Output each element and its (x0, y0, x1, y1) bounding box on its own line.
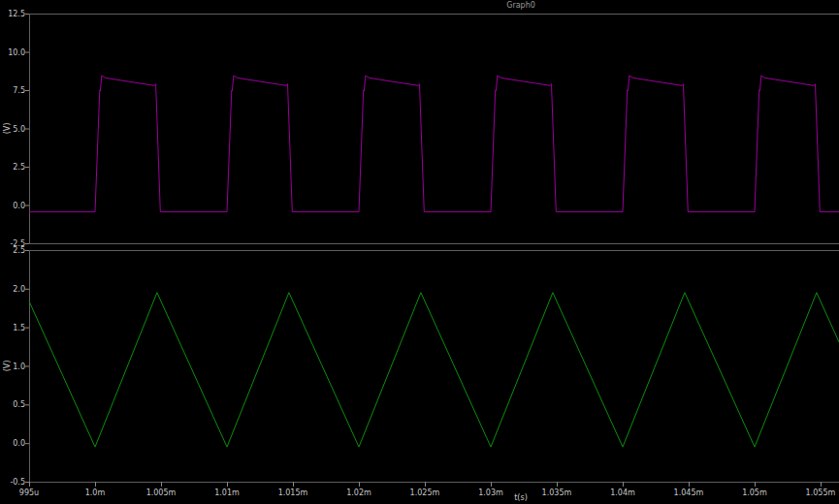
waveform-canvas[interactable] (0, 0, 839, 504)
square-wave-output-trace (29, 76, 839, 212)
triangle-wave-trace (29, 293, 839, 447)
top-plot-y-axis-label: (V) (3, 114, 12, 143)
bottom-plot-y-axis-label: (V) (3, 352, 12, 381)
waveform-viewer-window: Graph0 12.510.07.55.02.50.0-2.52.52.01.5… (0, 0, 839, 504)
x-axis-label: t(s) (514, 493, 528, 502)
